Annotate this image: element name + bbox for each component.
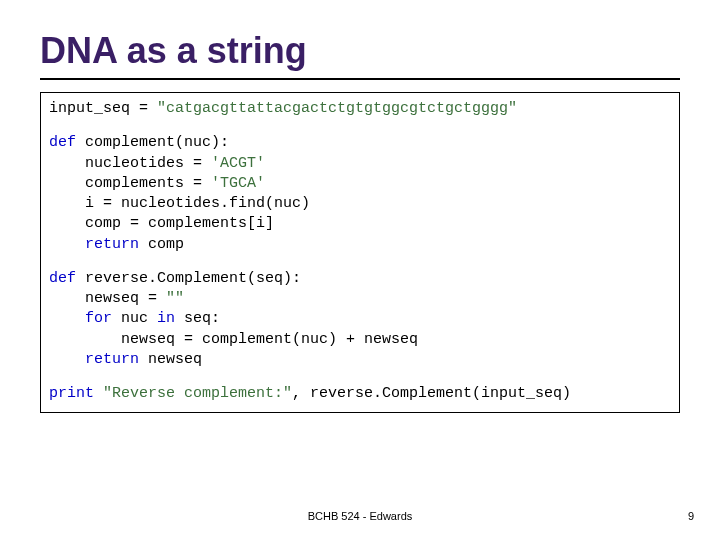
code-text <box>49 236 85 253</box>
code-text: nucleotides = <box>49 155 211 172</box>
code-keyword: in <box>157 310 175 327</box>
code-text: comp <box>139 236 184 253</box>
footer-text: BCHB 524 - Edwards <box>0 510 720 522</box>
code-keyword: print <box>49 385 94 402</box>
code-keyword: return <box>85 351 139 368</box>
code-text: complement(nuc): <box>76 134 229 151</box>
code-keyword: def <box>49 270 76 287</box>
code-text: seq: <box>175 310 220 327</box>
code-text: complements = <box>49 175 211 192</box>
code-text: nuc <box>112 310 157 327</box>
code-keyword: return <box>85 236 139 253</box>
code-text: newseq = complement(nuc) + newseq <box>49 331 418 348</box>
code-text: newseq = <box>49 290 166 307</box>
blank-line <box>49 255 671 269</box>
code-text: input_seq = <box>49 100 157 117</box>
code-keyword: for <box>85 310 112 327</box>
code-string: 'ACGT' <box>211 155 265 172</box>
code-string: "Reverse complement:" <box>103 385 292 402</box>
code-text <box>49 310 85 327</box>
code-text <box>49 351 85 368</box>
code-text <box>94 385 103 402</box>
code-string: 'TGCA' <box>211 175 265 192</box>
slide: DNA as a string input_seq = "catgacgttat… <box>0 0 720 540</box>
blank-line <box>49 119 671 133</box>
code-box: input_seq = "catgacgttattacgactctgtgtggc… <box>40 92 680 413</box>
code-text: reverse.Complement(seq): <box>76 270 301 287</box>
code-text: i = nucleotides.find(nuc) <box>49 195 310 212</box>
code-text: newseq <box>139 351 202 368</box>
page-number: 9 <box>688 510 694 522</box>
slide-title: DNA as a string <box>40 30 680 80</box>
code-text: , reverse.Complement(input_seq) <box>292 385 571 402</box>
code-text: comp = complements[i] <box>49 215 274 232</box>
blank-line <box>49 370 671 384</box>
code-string: "catgacgttattacgactctgtgtggcgtctgctgggg" <box>157 100 517 117</box>
code-string: "" <box>166 290 184 307</box>
code-keyword: def <box>49 134 76 151</box>
